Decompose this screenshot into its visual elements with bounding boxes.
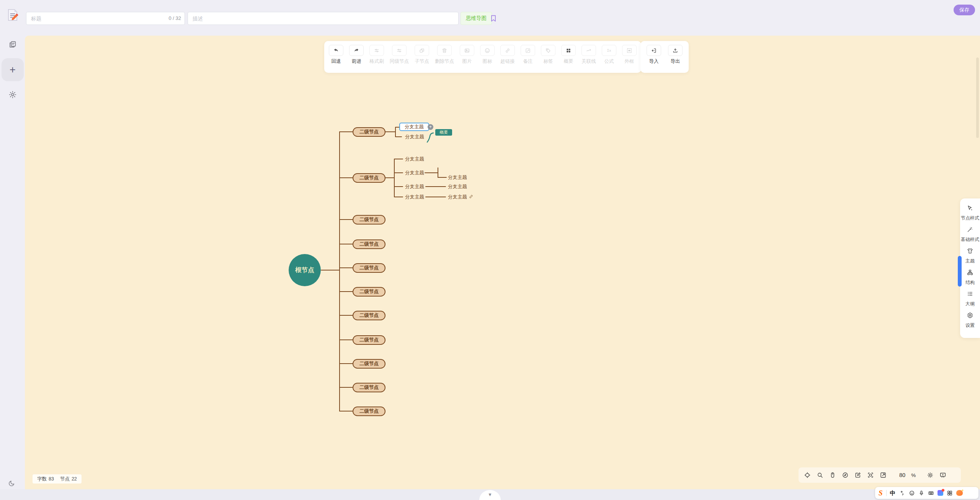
- navigator-icon[interactable]: [842, 472, 849, 479]
- second-level-node[interactable]: 二级节点: [353, 359, 385, 369]
- save-button[interactable]: 保存: [954, 5, 975, 15]
- undo-icon: [329, 45, 343, 56]
- chevron-down-icon: ▼: [488, 492, 492, 500]
- second-level-node[interactable]: 二级节点: [353, 311, 385, 320]
- branch-node-selected[interactable]: 分支主题: [399, 123, 429, 131]
- link-icon: [500, 45, 515, 56]
- formula-icon: Σx: [602, 45, 616, 56]
- watermark-icon[interactable]: [927, 472, 934, 479]
- toolbar-button-relation[interactable]: 关联线: [581, 45, 596, 65]
- search-icon[interactable]: [817, 472, 823, 479]
- edit-mode-icon[interactable]: [854, 472, 861, 479]
- note-icon: [521, 45, 535, 56]
- panel-item-theme[interactable]: 主题: [965, 248, 975, 264]
- panel-item-base-style[interactable]: 基础样式: [961, 226, 979, 243]
- branch-node[interactable]: 分支主题: [448, 184, 467, 190]
- add-child-button[interactable]: +: [428, 124, 433, 130]
- branch-node[interactable]: 分支主题: [448, 174, 467, 181]
- second-level-node[interactable]: 二级节点: [353, 287, 385, 297]
- mindmap-canvas[interactable]: [25, 36, 980, 489]
- toolbar-button-painter[interactable]: 格式刷: [369, 45, 384, 65]
- ime-logo-icon[interactable]: S: [879, 489, 883, 497]
- branch-node[interactable]: 分支主题: [405, 194, 424, 200]
- toolbar-button-summary[interactable]: 概要: [561, 45, 576, 65]
- ime-keyboard-icon[interactable]: [928, 490, 934, 496]
- image-icon: [460, 45, 474, 56]
- notification-dot: [942, 489, 944, 492]
- second-level-node[interactable]: 二级节点: [353, 335, 385, 345]
- branch-node[interactable]: 分支主题: [448, 194, 474, 200]
- node-style-icon: [967, 205, 973, 213]
- hyperlink-icon[interactable]: [469, 194, 474, 200]
- second-level-node[interactable]: 二级节点: [353, 407, 385, 416]
- child-icon: [415, 45, 429, 56]
- ime-skin-icon[interactable]: [938, 490, 943, 496]
- fit-view-icon[interactable]: [867, 472, 874, 479]
- toolbar-button-note[interactable]: 备注: [521, 45, 535, 65]
- panel-item-settings[interactable]: 设置: [965, 312, 975, 329]
- sibling-icon: [392, 45, 407, 56]
- tag-icon: [541, 45, 555, 56]
- presentation-icon[interactable]: [939, 472, 946, 479]
- ime-language-toggle[interactable]: 中: [890, 490, 896, 496]
- dark-mode-icon[interactable]: [8, 480, 15, 487]
- branch-node[interactable]: 分支主题: [405, 184, 424, 190]
- sidebar-settings-icon[interactable]: [8, 90, 17, 99]
- description-input-wrap: [188, 12, 459, 25]
- locate-root-icon[interactable]: [804, 472, 811, 479]
- mouse-mode-icon[interactable]: [829, 472, 836, 479]
- description-input[interactable]: [188, 12, 459, 25]
- ime-punctuation-icon[interactable]: [899, 490, 905, 496]
- toolbar-button-child[interactable]: 子节点: [415, 45, 429, 65]
- branch-node[interactable]: 分支主题: [405, 156, 424, 162]
- toolbar-button-image[interactable]: 图片: [460, 45, 474, 65]
- ime-emoji-icon[interactable]: [909, 490, 915, 496]
- second-level-node[interactable]: 二级节点: [353, 127, 385, 137]
- bookmark-icon[interactable]: [489, 14, 498, 23]
- toolbar-button-trash[interactable]: 删除节点: [435, 45, 454, 65]
- panel-item-node-style[interactable]: 节点样式: [961, 205, 979, 221]
- vertical-scrollbar-thumb[interactable]: [976, 57, 979, 138]
- panel-drag-tab[interactable]: [958, 256, 962, 287]
- painter-icon: [369, 45, 384, 56]
- main-toolbar: 回退前进格式刷同级节点子节点删除节点图片图标超链接备注标签概要关联线Σx公式外框: [324, 41, 641, 73]
- branch-node[interactable]: 分支主题: [405, 134, 424, 140]
- root-node[interactable]: 根节点: [289, 254, 321, 286]
- toolbar-button-tag[interactable]: 标签: [541, 45, 555, 65]
- summary-node[interactable]: 概要: [435, 129, 452, 136]
- new-map-button[interactable]: +: [2, 58, 24, 81]
- toolbar-button-frame[interactable]: 外框: [622, 45, 637, 65]
- toolbar-button-import[interactable]: 导入: [647, 45, 661, 65]
- second-level-node[interactable]: 二级节点: [353, 263, 385, 273]
- toolbar-button-export[interactable]: 导出: [668, 45, 683, 65]
- toolbar-button-undo[interactable]: 回退: [329, 45, 343, 65]
- summary-icon: [561, 45, 576, 56]
- svg-text:Σx: Σx: [607, 48, 611, 52]
- documents-icon[interactable]: [8, 40, 17, 49]
- theme-icon: [967, 248, 973, 256]
- app-logo-icon: [5, 7, 20, 23]
- panel-item-structure[interactable]: 结构: [965, 269, 975, 286]
- second-level-node[interactable]: 二级节点: [353, 173, 385, 183]
- second-level-node[interactable]: 二级节点: [353, 383, 385, 392]
- ime-apps-icon[interactable]: [947, 490, 953, 496]
- base-style-icon: [967, 226, 973, 234]
- toolbar-button-redo[interactable]: 前进: [349, 45, 364, 65]
- second-level-node[interactable]: 二级节点: [353, 215, 385, 225]
- plus-icon: +: [10, 65, 16, 75]
- ime-assistant-icon[interactable]: ✦: [956, 490, 963, 496]
- toolbar-button-smiley[interactable]: 图标: [480, 45, 495, 65]
- settings-icon: [967, 312, 973, 320]
- toolbar-button-formula[interactable]: Σx公式: [602, 45, 616, 65]
- branch-node[interactable]: 分支主题: [405, 170, 424, 176]
- title-input[interactable]: [26, 12, 185, 25]
- structure-icon: [967, 269, 973, 277]
- toolbar-button-sibling[interactable]: 同级节点: [390, 45, 409, 65]
- toolbar-button-link[interactable]: 超链接: [500, 45, 515, 65]
- fullscreen-icon[interactable]: [880, 472, 887, 479]
- panel-item-outline[interactable]: 大纲: [965, 290, 975, 307]
- second-level-node[interactable]: 二级节点: [353, 239, 385, 249]
- map-type-badge: 思维导图: [461, 12, 492, 25]
- ime-mic-icon[interactable]: [918, 490, 924, 496]
- smiley-icon: [480, 45, 495, 56]
